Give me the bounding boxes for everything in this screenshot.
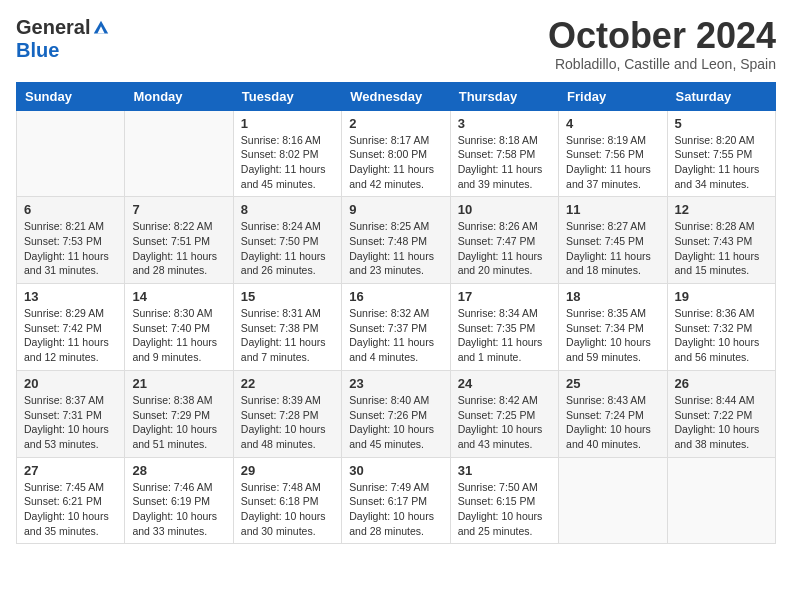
day-info: Sunrise: 8:21 AM Sunset: 7:53 PM Dayligh… <box>24 219 117 278</box>
logo-icon <box>92 19 110 37</box>
calendar-day-cell: 11Sunrise: 8:27 AM Sunset: 7:45 PM Dayli… <box>559 197 667 284</box>
calendar-day-cell: 3Sunrise: 8:18 AM Sunset: 7:58 PM Daylig… <box>450 110 558 197</box>
calendar-day-cell: 4Sunrise: 8:19 AM Sunset: 7:56 PM Daylig… <box>559 110 667 197</box>
day-info: Sunrise: 8:35 AM Sunset: 7:34 PM Dayligh… <box>566 306 659 365</box>
day-number: 22 <box>241 376 334 391</box>
day-info: Sunrise: 7:46 AM Sunset: 6:19 PM Dayligh… <box>132 480 225 539</box>
page-header: General Blue October 2024 Robladillo, Ca… <box>16 16 776 72</box>
calendar-day-cell: 13Sunrise: 8:29 AM Sunset: 7:42 PM Dayli… <box>17 284 125 371</box>
weekday-header: Friday <box>559 82 667 110</box>
calendar-day-cell: 7Sunrise: 8:22 AM Sunset: 7:51 PM Daylig… <box>125 197 233 284</box>
day-number: 4 <box>566 116 659 131</box>
day-number: 29 <box>241 463 334 478</box>
calendar-day-cell: 2Sunrise: 8:17 AM Sunset: 8:00 PM Daylig… <box>342 110 450 197</box>
calendar-week-row: 27Sunrise: 7:45 AM Sunset: 6:21 PM Dayli… <box>17 457 776 544</box>
title-section: October 2024 Robladillo, Castille and Le… <box>548 16 776 72</box>
calendar-day-cell: 26Sunrise: 8:44 AM Sunset: 7:22 PM Dayli… <box>667 370 775 457</box>
logo-blue: Blue <box>16 39 59 62</box>
day-info: Sunrise: 8:22 AM Sunset: 7:51 PM Dayligh… <box>132 219 225 278</box>
day-info: Sunrise: 8:37 AM Sunset: 7:31 PM Dayligh… <box>24 393 117 452</box>
calendar-day-cell: 20Sunrise: 8:37 AM Sunset: 7:31 PM Dayli… <box>17 370 125 457</box>
day-info: Sunrise: 8:34 AM Sunset: 7:35 PM Dayligh… <box>458 306 551 365</box>
weekday-header: Wednesday <box>342 82 450 110</box>
day-info: Sunrise: 8:17 AM Sunset: 8:00 PM Dayligh… <box>349 133 442 192</box>
day-number: 24 <box>458 376 551 391</box>
day-info: Sunrise: 8:28 AM Sunset: 7:43 PM Dayligh… <box>675 219 768 278</box>
day-info: Sunrise: 8:26 AM Sunset: 7:47 PM Dayligh… <box>458 219 551 278</box>
day-info: Sunrise: 7:45 AM Sunset: 6:21 PM Dayligh… <box>24 480 117 539</box>
logo-general: General <box>16 16 90 39</box>
calendar-day-cell <box>17 110 125 197</box>
day-info: Sunrise: 8:31 AM Sunset: 7:38 PM Dayligh… <box>241 306 334 365</box>
day-number: 18 <box>566 289 659 304</box>
calendar-day-cell: 12Sunrise: 8:28 AM Sunset: 7:43 PM Dayli… <box>667 197 775 284</box>
calendar-day-cell: 6Sunrise: 8:21 AM Sunset: 7:53 PM Daylig… <box>17 197 125 284</box>
day-number: 16 <box>349 289 442 304</box>
calendar-day-cell: 29Sunrise: 7:48 AM Sunset: 6:18 PM Dayli… <box>233 457 341 544</box>
calendar-day-cell: 30Sunrise: 7:49 AM Sunset: 6:17 PM Dayli… <box>342 457 450 544</box>
calendar-day-cell: 24Sunrise: 8:42 AM Sunset: 7:25 PM Dayli… <box>450 370 558 457</box>
day-number: 21 <box>132 376 225 391</box>
day-number: 8 <box>241 202 334 217</box>
day-number: 31 <box>458 463 551 478</box>
calendar-day-cell: 9Sunrise: 8:25 AM Sunset: 7:48 PM Daylig… <box>342 197 450 284</box>
weekday-header: Monday <box>125 82 233 110</box>
day-info: Sunrise: 8:27 AM Sunset: 7:45 PM Dayligh… <box>566 219 659 278</box>
calendar-day-cell: 27Sunrise: 7:45 AM Sunset: 6:21 PM Dayli… <box>17 457 125 544</box>
day-info: Sunrise: 8:30 AM Sunset: 7:40 PM Dayligh… <box>132 306 225 365</box>
logo: General Blue <box>16 16 110 62</box>
day-info: Sunrise: 8:42 AM Sunset: 7:25 PM Dayligh… <box>458 393 551 452</box>
weekday-header: Sunday <box>17 82 125 110</box>
day-number: 17 <box>458 289 551 304</box>
calendar-header-row: SundayMondayTuesdayWednesdayThursdayFrid… <box>17 82 776 110</box>
day-number: 11 <box>566 202 659 217</box>
calendar-week-row: 6Sunrise: 8:21 AM Sunset: 7:53 PM Daylig… <box>17 197 776 284</box>
calendar-day-cell: 5Sunrise: 8:20 AM Sunset: 7:55 PM Daylig… <box>667 110 775 197</box>
calendar-week-row: 1Sunrise: 8:16 AM Sunset: 8:02 PM Daylig… <box>17 110 776 197</box>
calendar-day-cell: 19Sunrise: 8:36 AM Sunset: 7:32 PM Dayli… <box>667 284 775 371</box>
day-number: 20 <box>24 376 117 391</box>
day-info: Sunrise: 7:49 AM Sunset: 6:17 PM Dayligh… <box>349 480 442 539</box>
calendar-table: SundayMondayTuesdayWednesdayThursdayFrid… <box>16 82 776 545</box>
weekday-header: Saturday <box>667 82 775 110</box>
day-number: 26 <box>675 376 768 391</box>
day-number: 25 <box>566 376 659 391</box>
day-info: Sunrise: 8:39 AM Sunset: 7:28 PM Dayligh… <box>241 393 334 452</box>
calendar-day-cell: 31Sunrise: 7:50 AM Sunset: 6:15 PM Dayli… <box>450 457 558 544</box>
day-info: Sunrise: 8:24 AM Sunset: 7:50 PM Dayligh… <box>241 219 334 278</box>
calendar-day-cell: 10Sunrise: 8:26 AM Sunset: 7:47 PM Dayli… <box>450 197 558 284</box>
calendar-day-cell <box>667 457 775 544</box>
day-number: 6 <box>24 202 117 217</box>
day-number: 15 <box>241 289 334 304</box>
day-info: Sunrise: 8:16 AM Sunset: 8:02 PM Dayligh… <box>241 133 334 192</box>
calendar-day-cell: 21Sunrise: 8:38 AM Sunset: 7:29 PM Dayli… <box>125 370 233 457</box>
calendar-day-cell: 23Sunrise: 8:40 AM Sunset: 7:26 PM Dayli… <box>342 370 450 457</box>
day-number: 2 <box>349 116 442 131</box>
day-number: 7 <box>132 202 225 217</box>
calendar-day-cell: 14Sunrise: 8:30 AM Sunset: 7:40 PM Dayli… <box>125 284 233 371</box>
calendar-day-cell <box>125 110 233 197</box>
day-info: Sunrise: 8:20 AM Sunset: 7:55 PM Dayligh… <box>675 133 768 192</box>
month-title: October 2024 <box>548 16 776 56</box>
calendar-day-cell: 25Sunrise: 8:43 AM Sunset: 7:24 PM Dayli… <box>559 370 667 457</box>
calendar-day-cell: 16Sunrise: 8:32 AM Sunset: 7:37 PM Dayli… <box>342 284 450 371</box>
weekday-header: Tuesday <box>233 82 341 110</box>
day-info: Sunrise: 8:18 AM Sunset: 7:58 PM Dayligh… <box>458 133 551 192</box>
calendar-week-row: 13Sunrise: 8:29 AM Sunset: 7:42 PM Dayli… <box>17 284 776 371</box>
day-number: 28 <box>132 463 225 478</box>
calendar-day-cell: 1Sunrise: 8:16 AM Sunset: 8:02 PM Daylig… <box>233 110 341 197</box>
calendar-day-cell: 22Sunrise: 8:39 AM Sunset: 7:28 PM Dayli… <box>233 370 341 457</box>
day-number: 3 <box>458 116 551 131</box>
calendar-week-row: 20Sunrise: 8:37 AM Sunset: 7:31 PM Dayli… <box>17 370 776 457</box>
day-number: 1 <box>241 116 334 131</box>
day-info: Sunrise: 8:44 AM Sunset: 7:22 PM Dayligh… <box>675 393 768 452</box>
day-number: 13 <box>24 289 117 304</box>
day-info: Sunrise: 7:48 AM Sunset: 6:18 PM Dayligh… <box>241 480 334 539</box>
day-info: Sunrise: 8:29 AM Sunset: 7:42 PM Dayligh… <box>24 306 117 365</box>
day-info: Sunrise: 8:32 AM Sunset: 7:37 PM Dayligh… <box>349 306 442 365</box>
calendar-day-cell: 15Sunrise: 8:31 AM Sunset: 7:38 PM Dayli… <box>233 284 341 371</box>
day-number: 10 <box>458 202 551 217</box>
weekday-header: Thursday <box>450 82 558 110</box>
day-number: 9 <box>349 202 442 217</box>
day-number: 30 <box>349 463 442 478</box>
